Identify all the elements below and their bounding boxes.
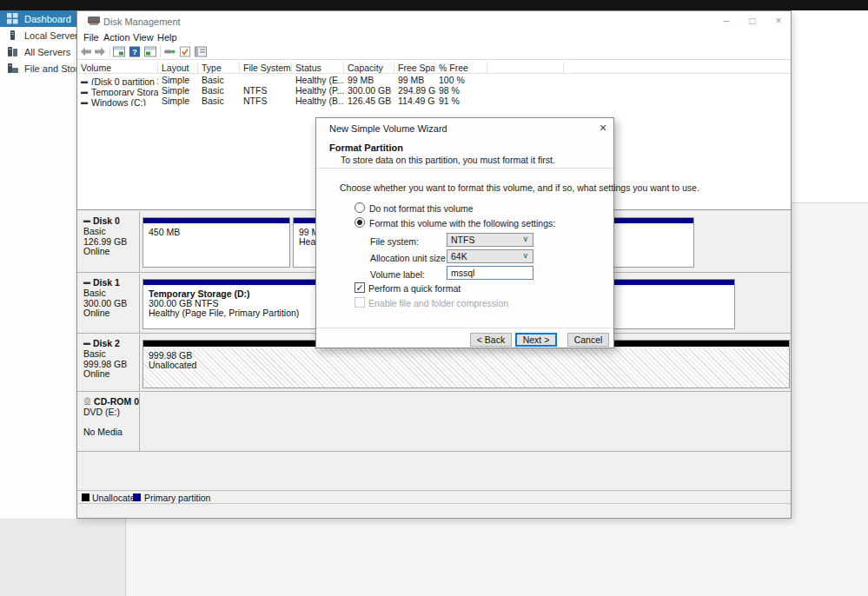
allocation-unit-value: 64K [451,251,467,262]
volume-layout: Simple [158,96,198,106]
allocation-unit-label: Allocation unit size: [370,253,448,263]
svg-text:?: ? [132,48,137,56]
partition-size: 450 MB [143,225,289,237]
column-header-pct[interactable]: % Free [435,62,487,73]
disk-name: CD-ROM 0 [94,396,139,407]
back-button[interactable]: < Back [470,333,512,347]
chevron-down-icon: ∨ [522,235,528,243]
menu-bar: File Action View Help [77,31,791,44]
window-titlebar[interactable]: Disk Management – □ × [77,11,791,31]
cdrom-label-panel[interactable]: CD-ROM 0 DVD (E:) No Media [79,393,140,451]
divider [316,328,613,328]
back-icon[interactable] [80,46,92,57]
disk0-label-panel[interactable]: ▬Disk 0 Basic 126.99 GB Online [79,212,140,272]
volume-row[interactable]: ▬(Disk 0 partition 3) Simple Basic Healt… [77,75,791,85]
volume-label-input[interactable]: mssql [447,266,533,280]
disk-state: No Media [83,427,139,437]
volume-capacity: 300.00 GB [344,85,394,96]
radio-format-volume-label[interactable]: Format this volume with the following se… [369,218,555,228]
chevron-down-icon: ∨ [522,251,528,260]
volume-label-label: Volume label: [370,269,425,280]
compression-checkbox [354,297,365,308]
dialog-close-button[interactable]: × [594,120,612,136]
disk2-label-panel[interactable]: ▬Disk 2 Basic 999.98 GB Online [79,334,140,391]
volume-free: 114.49 GB [394,96,435,106]
disk-state: Online [83,247,139,256]
quick-format-checkbox[interactable]: ✓ [354,282,365,293]
console-tree-icon[interactable] [113,46,125,57]
volume-type: Basic [198,96,240,106]
top-black-bar [0,0,868,10]
sidebar-lower-area [0,519,126,596]
column-header-volume[interactable]: Volume [79,62,158,73]
allocation-unit-select[interactable]: 64K ∨ [447,249,533,263]
column-header-type[interactable]: Type [198,62,240,73]
volume-name: Windows (C:) [91,97,146,106]
help-icon[interactable]: ? [129,46,141,57]
wizard-step-heading: Format Partition [329,142,403,153]
check-icon[interactable] [179,46,191,57]
volume-type: Basic [198,85,240,96]
server-icon [7,30,18,41]
sidebar-item-label: Dashboard [24,14,71,24]
file-system-select[interactable]: NTFS ∨ [447,233,533,247]
volume-list-header: Volume Layout Type File System Status Ca… [77,62,791,74]
volume-fs: NTFS [240,85,292,96]
menu-help[interactable]: Help [157,32,177,43]
volume-status: Healthy (E... [292,75,344,85]
wizard-instruction: Choose whether you want to format this v… [340,182,699,193]
column-header-free[interactable]: Free Spa... [394,62,435,73]
volume-layout: Simple [158,75,198,85]
volume-row[interactable]: ▬Windows (C:) Simple Basic NTFS Healthy … [77,96,791,106]
menu-action[interactable]: Action [103,32,130,43]
column-header-capacity[interactable]: Capacity [344,62,394,73]
quick-format-label[interactable]: Perform a quick format [368,283,461,294]
maximize-button[interactable]: □ [740,12,765,30]
toolbar-separator [109,46,110,57]
disk-name: Disk 0 [93,215,120,226]
column-header-layout[interactable]: Layout [158,62,198,73]
radio-do-not-format[interactable] [354,202,365,213]
column-header-blank[interactable] [487,62,564,73]
minimize-button[interactable]: – [714,12,739,30]
properties-icon[interactable] [195,46,207,57]
screen: Dashboard Local Server All Servers File … [0,0,868,596]
column-header-status[interactable]: Status [292,62,344,73]
legend-primary-label: Primary partition [144,493,210,503]
column-header-fs[interactable]: File System [240,62,292,73]
volume-fs: NTFS [240,96,292,106]
disk0-partition1[interactable]: 450 MB [142,217,290,268]
toolbar: ? [77,44,791,60]
console-window-icon[interactable] [144,46,156,57]
primary-partition-bar [143,218,289,225]
radio-format-volume[interactable] [354,217,365,228]
disk-size: 300.00 GB [83,299,139,308]
cd-icon [83,397,91,406]
sidebar-item-label: All Servers [24,47,70,57]
unallocated-swatch [82,493,89,501]
volume-row[interactable]: ▬Temporary Storag... Simple Basic NTFS H… [77,85,791,96]
menu-view[interactable]: View [133,32,154,43]
dialog-title[interactable]: New Simple Volume Wizard [329,123,447,134]
volume-free: 99 MB [394,75,435,85]
disk1-label-panel[interactable]: ▬Disk 1 Basic 300.00 GB Online [79,274,140,333]
cancel-button[interactable]: Cancel [567,333,609,347]
volume-icon: ▬ [81,77,88,85]
forward-icon[interactable] [94,46,106,57]
menu-file[interactable]: File [83,32,99,43]
close-button[interactable]: × [766,12,791,30]
disk-size: 999.98 GB [83,360,139,369]
disk-kind: Basic [83,227,139,236]
next-button[interactable]: Next > [515,333,557,347]
disk-state: Online [83,369,139,379]
unallocated-label: Unallocated [143,361,789,370]
action-pane-icon[interactable] [163,46,176,57]
compression-label: Enable file and folder compression [368,298,508,308]
disk-kind: Basic [83,288,139,298]
disk-management-app-icon [88,17,100,26]
window-title: Disk Management [103,17,181,27]
new-simple-volume-wizard: New Simple Volume Wizard × Format Partit… [315,117,614,348]
volume-name: (Disk 0 partition 3) [91,76,158,85]
radio-do-not-format-label[interactable]: Do not format this volume [369,203,474,214]
disk-kind: DVD (E:) [83,407,139,417]
